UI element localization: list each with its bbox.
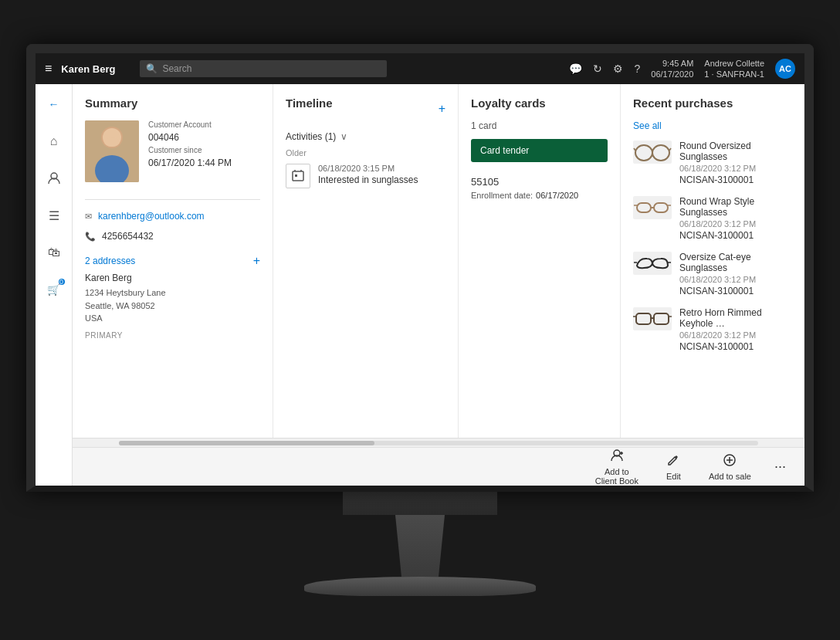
phone-icon: 📞: [85, 232, 96, 242]
add-client-book-icon: [610, 449, 624, 466]
svg-point-8: [635, 145, 652, 161]
add-activity-button[interactable]: +: [439, 102, 445, 116]
search-bar[interactable]: 🔍: [140, 60, 387, 77]
purchase-id: NCISAN-3100001: [679, 230, 791, 241]
enrollment-date: 06/17/2020: [536, 191, 578, 200]
timeline-date: 06/18/2020 3:15 PM: [318, 164, 445, 173]
help-icon[interactable]: ?: [634, 63, 640, 75]
topbar: ≡ Karen Berg 🔍 💬 ↻ ⚙ ? 9:45 AM 06/17/202…: [36, 53, 804, 84]
svg-rect-13: [654, 203, 668, 212]
svg-line-11: [669, 148, 671, 151]
purchases-list: Round Oversized Sunglasses 06/18/2020 3:…: [633, 141, 791, 363]
sidebar-home-icon[interactable]: ⌂: [42, 129, 66, 154]
purchase-id: NCISAN-3100001: [679, 286, 791, 296]
purchase-info: Retro Horn Rimmed Keyhole … 06/18/2020 3…: [679, 307, 791, 352]
purchase-date: 06/18/2020 3:12 PM: [679, 330, 791, 340]
addresses-link[interactable]: 2 addresses: [85, 256, 135, 266]
add-client-book-label: Add toClient Book: [595, 467, 638, 486]
address-name: Karen Berg: [85, 273, 260, 283]
purchase-id: NCISAN-3100001: [679, 174, 791, 185]
svg-point-5: [104, 137, 120, 147]
purchase-thumbnail: [633, 252, 672, 275]
columns: Summary: [73, 84, 804, 438]
svg-rect-6: [293, 171, 303, 181]
add-to-sale-label: Add to sale: [709, 472, 751, 481]
summary-title: Summary: [85, 97, 260, 110]
purchase-item[interactable]: Round Wrap Style Sunglasses 06/18/2020 3…: [633, 196, 791, 241]
purchase-info: Round Oversized Sunglasses 06/18/2020 3:…: [679, 141, 791, 185]
see-all-link[interactable]: See all: [633, 120, 791, 131]
add-to-sale-icon: [723, 453, 737, 470]
main-area: ← ⌂ ☰ 🛍 🛒 0: [36, 84, 804, 486]
loyalty-column: Loyalty cards 1 card Card tender 55105 E…: [459, 84, 621, 438]
loyalty-count: 1 card: [471, 120, 608, 131]
scrollbar-area[interactable]: [73, 438, 804, 447]
recent-purchases-column: Recent purchases See all Round Oversized…: [621, 84, 804, 438]
purchase-name: Oversize Cat-eye Sunglasses: [679, 252, 791, 273]
purchase-item[interactable]: Retro Horn Rimmed Keyhole … 06/18/2020 3…: [633, 307, 791, 352]
account-number: 004046: [148, 132, 232, 143]
purchase-item[interactable]: Oversize Cat-eye Sunglasses 06/18/2020 3…: [633, 252, 791, 296]
loyalty-detail: 55105 Enrollment date: 06/17/2020: [471, 176, 608, 203]
purchase-thumbnail: [633, 307, 672, 330]
purchase-thumbnail: [633, 196, 672, 219]
topbar-actions: 💬 ↻ ⚙ ? 9:45 AM 06/17/2020 Andrew Collet…: [569, 58, 795, 80]
svg-rect-19: [636, 313, 651, 324]
profile-info: Customer Account 004046 Customer since 0…: [148, 120, 232, 182]
sidebar-orders-icon[interactable]: 🛍: [42, 240, 66, 265]
email-link[interactable]: karenhberg@outlook.com: [98, 211, 205, 222]
purchase-thumbnail: [633, 141, 672, 164]
purchase-name: Round Wrap Style Sunglasses: [679, 196, 791, 218]
bottom-bar: Add toClient Book Edit Add: [73, 447, 804, 486]
topbar-username: Andrew Collette: [704, 58, 764, 69]
activities-header[interactable]: Activities (1) ∨: [286, 131, 445, 142]
timeline-title: Timeline: [286, 97, 333, 110]
topbar-time: 9:45 AM: [662, 58, 693, 69]
edit-button[interactable]: Edit: [655, 449, 692, 486]
purchase-name: Round Oversized Sunglasses: [679, 141, 791, 162]
sidebar-customers-icon[interactable]: [42, 166, 66, 191]
topbar-avatar[interactable]: AC: [775, 59, 795, 79]
sidebar-back-button[interactable]: ←: [42, 92, 66, 117]
settings-icon[interactable]: ⚙: [613, 63, 623, 75]
topbar-title: Karen Berg: [61, 63, 115, 75]
customer-since-value: 06/17/2020 1:44 PM: [148, 157, 232, 168]
purchase-item[interactable]: Round Oversized Sunglasses 06/18/2020 3:…: [633, 141, 791, 185]
svg-line-10: [634, 148, 635, 151]
phone-row: 📞 4256654432: [85, 231, 260, 242]
purchase-info: Oversize Cat-eye Sunglasses 06/18/2020 3…: [679, 252, 791, 296]
scrollbar-thumb[interactable]: [119, 441, 374, 445]
svg-rect-7: [295, 174, 297, 177]
content-area: Summary: [73, 84, 804, 486]
search-input[interactable]: [162, 63, 381, 74]
timeline-item: 06/18/2020 3:15 PM Interested in sunglas…: [286, 164, 445, 188]
divider: [85, 199, 260, 200]
hamburger-icon[interactable]: ≡: [45, 62, 52, 76]
purchase-info: Round Wrap Style Sunglasses 06/18/2020 3…: [679, 196, 791, 241]
loyalty-enrollment-row: Enrollment date: 06/17/2020: [471, 191, 608, 200]
chat-icon[interactable]: 💬: [569, 63, 582, 75]
svg-point-9: [652, 145, 669, 161]
timeline-content: 06/18/2020 3:15 PM Interested in sunglas…: [318, 164, 445, 188]
sidebar-cart-icon[interactable]: 🛒 0: [42, 277, 66, 302]
purchase-name: Retro Horn Rimmed Keyhole …: [679, 307, 791, 329]
add-address-button[interactable]: +: [253, 254, 260, 268]
scrollbar-track[interactable]: [119, 441, 758, 445]
profile-section: Customer Account 004046 Customer since 0…: [85, 120, 260, 182]
timeline-activity-icon: [286, 164, 310, 188]
purchase-id: NCISAN-3100001: [679, 341, 791, 352]
refresh-icon[interactable]: ↻: [593, 63, 602, 75]
add-to-sale-button[interactable]: Add to sale: [698, 449, 762, 486]
timeline-column: Timeline + Activities (1) ∨ Older: [273, 84, 459, 438]
add-client-book-button[interactable]: Add toClient Book: [584, 444, 649, 486]
sidebar: ← ⌂ ☰ 🛍 🛒 0: [36, 84, 73, 486]
loyalty-number: 55105: [471, 176, 608, 188]
sidebar-menu-icon[interactable]: ☰: [42, 203, 66, 228]
loyalty-card[interactable]: Card tender: [471, 139, 608, 162]
primary-badge: PRIMARY: [85, 331, 260, 340]
edit-icon: [666, 453, 680, 470]
topbar-date: 06/17/2020: [651, 69, 693, 80]
svg-rect-12: [637, 203, 651, 212]
more-actions-button[interactable]: ···: [768, 454, 792, 479]
phone-value: 4256654432: [102, 231, 154, 242]
